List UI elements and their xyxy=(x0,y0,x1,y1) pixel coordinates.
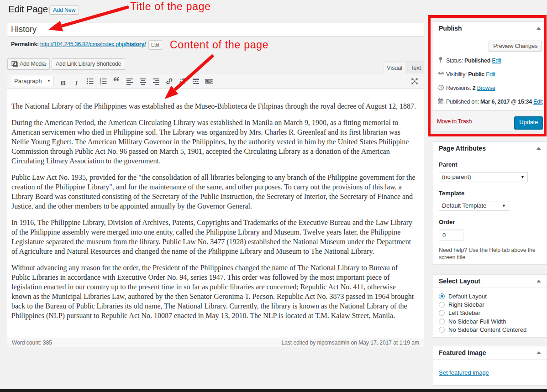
featured-image-box: Featured Image Set featured image xyxy=(433,346,547,386)
layout-option: Left Sidebar xyxy=(439,309,541,317)
permalink-row: Permalink: http://104.245.36.82/cms/inde… xyxy=(11,40,162,49)
last-edited: Last edited by nlpcmsadmin on May 17, 20… xyxy=(281,340,419,346)
bullet-list-icon[interactable] xyxy=(83,75,96,87)
radio-button[interactable] xyxy=(439,293,445,299)
parent-select[interactable]: (no parent) ▼ xyxy=(439,172,528,182)
permalink-link[interactable]: http://104.245.36.82/cms/index.php/histo… xyxy=(40,41,146,47)
template-label: Template xyxy=(439,190,541,197)
publish-box-header[interactable]: Publish xyxy=(433,22,547,35)
update-button[interactable]: Update xyxy=(514,116,543,129)
parent-select-value: (no parent) xyxy=(442,172,471,182)
page-title: Edit Page xyxy=(8,2,48,16)
misc-publishing-actions: Status: Published EditVisibility: Public… xyxy=(433,54,547,109)
row-action-link[interactable]: Edit xyxy=(533,99,542,105)
layout-option-label: No Sidebar Content Centered xyxy=(448,326,526,333)
preview-changes-button[interactable]: Preview Changes xyxy=(489,41,542,51)
align-center-icon[interactable] xyxy=(136,75,149,87)
content-paragraph: Without advancing any reason for the ord… xyxy=(11,263,416,320)
chevron-down-icon: ▼ xyxy=(521,172,525,182)
permalink-edit-button[interactable]: Edit xyxy=(148,40,162,49)
page-attributes-title: Page Attributes xyxy=(439,145,486,152)
paragraph-format-value: Paragraph xyxy=(14,76,42,86)
row-label: Revisions: xyxy=(446,85,473,91)
template-select[interactable]: Default Template ▼ xyxy=(439,201,509,211)
minor-publishing-actions: Preview Changes xyxy=(433,35,547,54)
layout-option-label: Right Sidebar xyxy=(448,301,484,308)
tab-visual[interactable]: Visual xyxy=(384,61,405,73)
media-buttons-row: Add MediaAdd Link Library Shortcode xyxy=(7,58,125,69)
layout-option-label: Left Sidebar xyxy=(448,309,480,316)
radio-button[interactable] xyxy=(439,302,445,308)
chevron-down-icon: ▼ xyxy=(502,201,506,210)
radio-button[interactable] xyxy=(439,319,445,324)
editor-toolbar: Paragraph ▼ BI123“ xyxy=(7,73,424,89)
layout-option: No Sidebar Full Width xyxy=(439,317,541,325)
collapse-arrow-icon[interactable] xyxy=(536,147,541,150)
row-value: 2 xyxy=(473,85,476,91)
move-to-trash-link[interactable]: Move to Trash xyxy=(437,118,472,125)
tab-text[interactable]: Text xyxy=(407,61,424,73)
bottom-bar xyxy=(0,389,547,392)
editor-content-area[interactable]: The National Library of the Philippines … xyxy=(7,89,424,338)
collapse-arrow-icon[interactable] xyxy=(536,351,541,354)
more-tag-icon[interactable] xyxy=(189,75,202,87)
svg-text:3: 3 xyxy=(100,83,101,85)
select-layout-header[interactable]: Select Layout xyxy=(433,275,547,288)
publish-box: Publish Preview Changes Status: Publishe… xyxy=(433,21,547,132)
page-attributes-header[interactable]: Page Attributes xyxy=(433,142,547,155)
collapse-arrow-icon[interactable] xyxy=(536,280,541,282)
row-label: Status: xyxy=(446,57,464,64)
publish-visibility-row: Visibility: Public Edit xyxy=(433,68,547,81)
align-right-icon[interactable] xyxy=(149,75,163,87)
word-count: Word count: 385 xyxy=(12,340,52,346)
radio-button[interactable] xyxy=(439,327,445,333)
annotation-content-note: Content of the page xyxy=(170,39,268,51)
radio-button[interactable] xyxy=(439,310,445,316)
row-value: Published xyxy=(464,57,490,64)
add-new-button[interactable]: Add New xyxy=(49,5,79,15)
layout-option: Right Sidebar xyxy=(439,300,541,308)
row-action-link[interactable]: Edit xyxy=(486,71,495,78)
layout-option-label: No Sidebar Full Width xyxy=(448,318,506,325)
permalink-label: Permalink: xyxy=(11,41,39,47)
set-featured-image-link[interactable]: Set featured image xyxy=(439,369,489,376)
collapse-arrow-icon[interactable] xyxy=(536,27,541,30)
template-select-value: Default Template xyxy=(442,201,486,210)
bold-icon[interactable]: B xyxy=(57,77,70,89)
add-media-button[interactable]: Add Media xyxy=(7,58,50,69)
major-publishing-actions: Move to Trash Update xyxy=(433,110,547,131)
order-input[interactable] xyxy=(439,230,463,240)
row-label: Published on: xyxy=(446,99,480,105)
numbered-list-icon[interactable]: 123 xyxy=(96,75,110,87)
annotation-title-note: Title of the page xyxy=(130,0,211,13)
row-value: Public xyxy=(468,71,484,78)
toolbar-buttons: BI123“ xyxy=(57,73,216,89)
keyboard-icon[interactable] xyxy=(202,75,216,87)
featured-image-title: Featured Image xyxy=(439,349,486,356)
row-label: Visibility: xyxy=(446,71,468,78)
unlink-icon[interactable] xyxy=(176,75,189,87)
row-action-link[interactable]: Edit xyxy=(492,57,501,64)
italic-icon[interactable]: I xyxy=(70,78,83,89)
select-layout-title: Select Layout xyxy=(439,277,480,285)
add-link-library-button[interactable]: Add Link Library Shortcode xyxy=(52,58,125,69)
page-title-input[interactable] xyxy=(7,22,424,37)
editor-container: Paragraph ▼ BI123“ The National Library … xyxy=(7,73,424,347)
editor-status-bar: Word count: 385 Last edited by nlpcmsadm… xyxy=(7,338,424,347)
paragraph-format-select[interactable]: Paragraph ▼ xyxy=(11,76,54,86)
row-action-link[interactable]: Browse xyxy=(477,85,495,91)
blockquote-icon[interactable]: “ xyxy=(110,73,123,84)
fullscreen-icon[interactable] xyxy=(410,77,419,86)
featured-image-header[interactable]: Featured Image xyxy=(433,346,547,360)
row-value: Mar 6, 2017 @ 15:34 xyxy=(480,99,532,105)
order-label: Order xyxy=(439,219,541,225)
layout-option: Default Layout xyxy=(439,292,541,300)
link-icon[interactable] xyxy=(163,75,176,87)
layout-option: No Sidebar Content Centered xyxy=(439,326,541,334)
chevron-down-icon: ▼ xyxy=(47,76,51,86)
content-paragraph: Public Law Act No. 1935, provided for th… xyxy=(11,172,416,211)
revisions-icon xyxy=(437,84,444,93)
align-left-icon[interactable] xyxy=(123,75,136,87)
eye-icon xyxy=(437,70,445,78)
layout-options: Default LayoutRight SidebarLeft SidebarN… xyxy=(433,288,547,334)
